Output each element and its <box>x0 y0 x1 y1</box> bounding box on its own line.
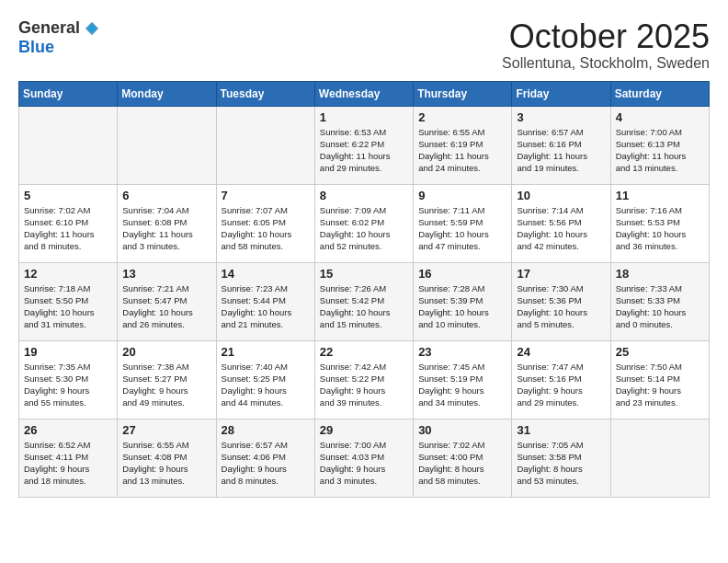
day-of-week-header: Wednesday <box>314 81 413 106</box>
calendar-week-row: 5Sunrise: 7:02 AMSunset: 6:10 PMDaylight… <box>19 184 710 262</box>
day-number: 10 <box>517 189 605 202</box>
month-title: October 2025 <box>502 18 710 55</box>
day-number: 6 <box>122 189 210 202</box>
day-number: 16 <box>418 267 506 281</box>
day-number: 31 <box>517 423 605 437</box>
day-number: 12 <box>24 267 112 281</box>
day-number: 29 <box>320 423 408 437</box>
calendar-day-cell: 2Sunrise: 6:55 AMSunset: 6:19 PMDaylight… <box>414 106 512 184</box>
calendar-day-cell: 20Sunrise: 7:38 AMSunset: 5:27 PMDayligh… <box>118 340 216 419</box>
logo-general-text: General <box>18 18 80 38</box>
day-number: 28 <box>222 423 310 437</box>
day-info: Sunrise: 7:47 AMSunset: 5:16 PMDaylight:… <box>517 361 605 409</box>
day-info: Sunrise: 6:53 AMSunset: 6:22 PMDaylight:… <box>320 126 408 175</box>
calendar-day-cell: 11Sunrise: 7:16 AMSunset: 5:53 PMDayligh… <box>610 184 709 262</box>
day-number: 13 <box>122 267 210 281</box>
calendar-day-cell: 13Sunrise: 7:21 AMSunset: 5:47 PMDayligh… <box>118 262 216 340</box>
day-number: 2 <box>418 110 506 124</box>
calendar-body: 1Sunrise: 6:53 AMSunset: 6:22 PMDaylight… <box>19 106 710 497</box>
calendar-day-cell: 26Sunrise: 6:52 AMSunset: 4:11 PMDayligh… <box>19 419 118 497</box>
calendar-header-row: SundayMondayTuesdayWednesdayThursdayFrid… <box>19 81 710 106</box>
day-number: 5 <box>24 189 112 202</box>
calendar-week-row: 12Sunrise: 7:18 AMSunset: 5:50 PMDayligh… <box>19 262 710 340</box>
calendar-day-cell <box>118 106 216 184</box>
calendar-day-cell: 22Sunrise: 7:42 AMSunset: 5:22 PMDayligh… <box>314 340 413 419</box>
calendar-day-cell: 19Sunrise: 7:35 AMSunset: 5:30 PMDayligh… <box>19 340 118 419</box>
day-info: Sunrise: 7:07 AMSunset: 6:05 PMDaylight:… <box>222 204 310 253</box>
day-number: 30 <box>418 423 506 437</box>
day-info: Sunrise: 7:26 AMSunset: 5:42 PMDaylight:… <box>320 282 408 331</box>
day-number: 7 <box>222 189 310 202</box>
calendar-day-cell: 23Sunrise: 7:45 AMSunset: 5:19 PMDayligh… <box>414 340 512 419</box>
day-info: Sunrise: 7:35 AMSunset: 5:30 PMDaylight:… <box>24 361 112 409</box>
day-number: 26 <box>24 423 112 437</box>
day-info: Sunrise: 7:50 AMSunset: 5:14 PMDaylight:… <box>616 361 704 409</box>
calendar-day-cell: 17Sunrise: 7:30 AMSunset: 5:36 PMDayligh… <box>512 262 610 340</box>
day-info: Sunrise: 7:11 AMSunset: 5:59 PMDaylight:… <box>418 204 506 253</box>
day-number: 8 <box>320 189 408 202</box>
calendar-day-cell <box>610 419 709 497</box>
day-info: Sunrise: 7:04 AMSunset: 6:08 PMDaylight:… <box>122 204 210 253</box>
day-info: Sunrise: 7:02 AMSunset: 4:00 PMDaylight:… <box>418 439 506 488</box>
calendar-day-cell: 30Sunrise: 7:02 AMSunset: 4:00 PMDayligh… <box>414 419 512 497</box>
day-of-week-header: Friday <box>512 81 610 106</box>
calendar-day-cell: 5Sunrise: 7:02 AMSunset: 6:10 PMDaylight… <box>19 184 118 262</box>
calendar-day-cell: 1Sunrise: 6:53 AMSunset: 6:22 PMDaylight… <box>314 106 413 184</box>
calendar-day-cell <box>19 106 118 184</box>
day-info: Sunrise: 7:38 AMSunset: 5:27 PMDaylight:… <box>122 361 210 409</box>
calendar-day-cell: 18Sunrise: 7:33 AMSunset: 5:33 PMDayligh… <box>610 262 709 340</box>
day-info: Sunrise: 7:00 AMSunset: 4:03 PMDaylight:… <box>320 439 408 488</box>
calendar-day-cell: 15Sunrise: 7:26 AMSunset: 5:42 PMDayligh… <box>314 262 413 340</box>
day-info: Sunrise: 7:45 AMSunset: 5:19 PMDaylight:… <box>418 361 506 409</box>
day-number: 25 <box>616 345 704 359</box>
day-of-week-header: Saturday <box>610 81 709 106</box>
calendar-day-cell: 21Sunrise: 7:40 AMSunset: 5:25 PMDayligh… <box>216 340 314 419</box>
calendar-day-cell: 28Sunrise: 6:57 AMSunset: 4:06 PMDayligh… <box>216 419 314 497</box>
calendar-week-row: 19Sunrise: 7:35 AMSunset: 5:30 PMDayligh… <box>19 340 710 419</box>
day-of-week-header: Tuesday <box>216 81 314 106</box>
calendar-day-cell: 8Sunrise: 7:09 AMSunset: 6:02 PMDaylight… <box>314 184 413 262</box>
day-number: 4 <box>616 110 704 124</box>
calendar-day-cell: 16Sunrise: 7:28 AMSunset: 5:39 PMDayligh… <box>414 262 512 340</box>
day-info: Sunrise: 6:55 AMSunset: 6:19 PMDaylight:… <box>418 126 506 175</box>
day-number: 18 <box>616 267 704 281</box>
calendar-day-cell: 6Sunrise: 7:04 AMSunset: 6:08 PMDaylight… <box>118 184 216 262</box>
day-info: Sunrise: 7:30 AMSunset: 5:36 PMDaylight:… <box>517 282 605 331</box>
calendar-day-cell: 3Sunrise: 6:57 AMSunset: 6:16 PMDaylight… <box>512 106 610 184</box>
day-info: Sunrise: 7:00 AMSunset: 6:13 PMDaylight:… <box>616 126 704 175</box>
calendar-table: SundayMondayTuesdayWednesdayThursdayFrid… <box>18 81 710 498</box>
day-number: 22 <box>320 345 408 359</box>
day-info: Sunrise: 7:05 AMSunset: 3:58 PMDaylight:… <box>517 439 605 488</box>
day-info: Sunrise: 6:52 AMSunset: 4:11 PMDaylight:… <box>24 439 112 488</box>
title-block: October 2025 Sollentuna, Stockholm, Swed… <box>502 18 710 72</box>
day-info: Sunrise: 6:57 AMSunset: 6:16 PMDaylight:… <box>517 126 605 175</box>
day-info: Sunrise: 7:42 AMSunset: 5:22 PMDaylight:… <box>320 361 408 409</box>
day-of-week-header: Thursday <box>414 81 512 106</box>
day-number: 27 <box>122 423 210 437</box>
day-number: 17 <box>517 267 605 281</box>
day-number: 14 <box>222 267 310 281</box>
day-number: 24 <box>517 345 605 359</box>
calendar-day-cell: 29Sunrise: 7:00 AMSunset: 4:03 PMDayligh… <box>314 419 413 497</box>
calendar-day-cell: 9Sunrise: 7:11 AMSunset: 5:59 PMDaylight… <box>414 184 512 262</box>
day-info: Sunrise: 7:40 AMSunset: 5:25 PMDaylight:… <box>222 361 310 409</box>
calendar-day-cell: 4Sunrise: 7:00 AMSunset: 6:13 PMDaylight… <box>610 106 709 184</box>
day-info: Sunrise: 7:28 AMSunset: 5:39 PMDaylight:… <box>418 282 506 331</box>
svg-marker-1 <box>87 23 97 33</box>
page-header: General Blue October 2025 Sollentuna, St… <box>18 18 710 72</box>
day-number: 11 <box>616 189 704 202</box>
calendar-day-cell: 10Sunrise: 7:14 AMSunset: 5:56 PMDayligh… <box>512 184 610 262</box>
logo: General Blue <box>18 18 100 57</box>
calendar-day-cell: 24Sunrise: 7:47 AMSunset: 5:16 PMDayligh… <box>512 340 610 419</box>
location-text: Sollentuna, Stockholm, Sweden <box>502 55 710 72</box>
day-number: 15 <box>320 267 408 281</box>
day-info: Sunrise: 6:55 AMSunset: 4:08 PMDaylight:… <box>122 439 210 488</box>
logo-icon <box>84 20 100 37</box>
day-info: Sunrise: 7:23 AMSunset: 5:44 PMDaylight:… <box>222 282 310 331</box>
day-number: 19 <box>24 345 112 359</box>
calendar-day-cell: 14Sunrise: 7:23 AMSunset: 5:44 PMDayligh… <box>216 262 314 340</box>
day-info: Sunrise: 7:21 AMSunset: 5:47 PMDaylight:… <box>122 282 210 331</box>
day-number: 9 <box>418 189 506 202</box>
day-info: Sunrise: 6:57 AMSunset: 4:06 PMDaylight:… <box>222 439 310 488</box>
day-info: Sunrise: 7:18 AMSunset: 5:50 PMDaylight:… <box>24 282 112 331</box>
